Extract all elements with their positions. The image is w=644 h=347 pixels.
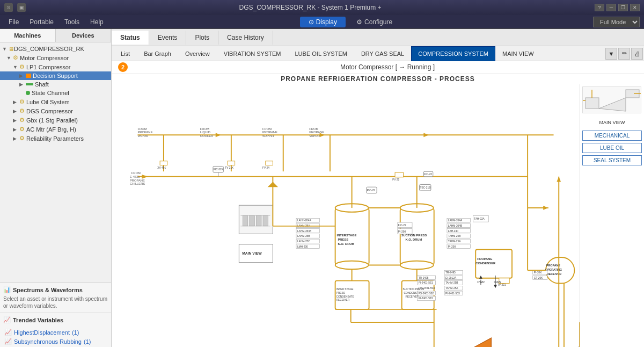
- tab-plots[interactable]: Plots: [186, 31, 218, 45]
- svg-text:PIC-22: PIC-22: [367, 189, 375, 192]
- nav-main-view[interactable]: MAIN VIEW: [495, 46, 541, 61]
- tree: ▼ 🖥 DGS_COMPRESSOR_RK ▼ ⚙ Motor Compress…: [0, 42, 111, 283]
- menu-file[interactable]: File: [4, 17, 23, 27]
- configure-button[interactable]: ⚙ Configure: [348, 17, 401, 27]
- tree-item-state[interactable]: State Channel: [0, 89, 111, 97]
- tree-item-lp1[interactable]: ▼ ⚙ LP1 Compressor: [0, 62, 111, 71]
- help-btn[interactable]: ?: [595, 4, 604, 11]
- lube-oil-button[interactable]: LUBE OIL: [582, 143, 642, 153]
- spectrums-header: 📊 Spectrums & Waveforms: [3, 286, 108, 293]
- svg-text:TV-221: TV-221: [497, 284, 506, 286]
- svg-text:VAPOR: VAPOR: [137, 134, 148, 138]
- nav-compression[interactable]: COMPRESSION SYSTEM: [411, 46, 495, 61]
- tree-item-acmtr[interactable]: ▶ ⚙ AC Mtr (AF Brg, H): [0, 125, 111, 134]
- trend-icon-0: 📈: [4, 329, 12, 336]
- tree-item-dgs[interactable]: ▶ ⚙ DGS Compressor: [0, 106, 111, 115]
- seal-system-button[interactable]: SEAL SYSTEM: [582, 155, 642, 165]
- tab-machines[interactable]: Machines: [0, 29, 56, 42]
- restore-btn[interactable]: ❐: [618, 4, 628, 11]
- process-diagram: FROM PROPANE VAPOR FROM LIQUID COOLER FR…: [112, 84, 580, 347]
- spectrums-section: 📊 Spectrums & Waveforms Select an asset …: [0, 283, 111, 313]
- svg-text:LAHM-264B: LAHM-264B: [448, 225, 462, 227]
- svg-text:PROPANE: PROPANE: [477, 257, 492, 261]
- tree-item-motor[interactable]: ▼ ⚙ Motor Compressor: [0, 53, 111, 62]
- trended-label: Trended Variables: [13, 317, 63, 323]
- tree-label: Motor Compressor: [20, 55, 69, 61]
- app-title: DGS_COMPRESSOR_RK - System 1 Premium +: [26, 4, 595, 11]
- diagram-wrapper: 2 Motor Compressor [ → Running ] PROPANE…: [112, 61, 644, 347]
- tab-events[interactable]: Events: [149, 31, 187, 45]
- tree-item-root[interactable]: ▼ 🖥 DGS_COMPRESSOR_RK: [0, 45, 111, 53]
- tab-devices[interactable]: Devices: [56, 29, 112, 42]
- nav-overview[interactable]: Overview: [178, 46, 217, 61]
- svg-text:FROM: FROM: [309, 127, 318, 131]
- titlebar-controls: ? ─ ❐ ✕: [595, 4, 640, 11]
- svg-text:PI-2401-5S1: PI-2401-5S1: [419, 281, 433, 284]
- nav-dry-gas[interactable]: DRY GAS SEAL: [354, 46, 411, 61]
- svg-text:INTER STAGE: INTER STAGE: [336, 288, 354, 291]
- top-tabs: Status Events Plots Case History: [112, 29, 644, 46]
- content-area: Status Events Plots Case History List Ba…: [112, 29, 644, 347]
- gbx-icon: ⚙: [19, 117, 25, 124]
- menu-tools[interactable]: Tools: [60, 17, 84, 27]
- svg-text:FIN-2401-5S3: FIN-2401-5S3: [419, 287, 435, 290]
- svg-text:OPERATING: OPERATING: [545, 268, 562, 271]
- configure-icon: ⚙: [356, 18, 362, 26]
- nav-lube-oil[interactable]: LUBE OIL SYSTEM: [288, 46, 354, 61]
- mechanical-button[interactable]: MECHANICAL: [582, 131, 642, 141]
- mode-select[interactable]: Full Mode: [593, 17, 640, 27]
- svg-text:PI-200: PI-200: [448, 245, 456, 248]
- nav-print-btn[interactable]: 🖨: [631, 48, 643, 60]
- machine-status: Motor Compressor [ → Running ]: [340, 63, 435, 71]
- display-button[interactable]: ⊙ Display: [300, 17, 346, 27]
- svg-text:FROM: FROM: [131, 171, 141, 175]
- lube-icon: ⚙: [19, 98, 25, 105]
- tree-label: Shaft: [35, 81, 49, 88]
- svg-text:RECEIVER: RECEIVER: [336, 299, 350, 301]
- status-badge: 2: [118, 62, 128, 72]
- menu-portable[interactable]: Portable: [25, 17, 58, 27]
- svg-text:TV 21K: TV 21K: [225, 167, 234, 169]
- tree-item-decision[interactable]: ▶ Decision Support: [0, 71, 111, 80]
- tree-item-shaft[interactable]: ▶ Shaft: [0, 80, 111, 89]
- sidebar-tabs: Machines Devices: [0, 29, 111, 42]
- svg-text:TEC-21B: TEC-21B: [420, 186, 431, 189]
- spectrums-label: Spectrums & Waveforms: [13, 287, 83, 293]
- nav-dropdown-btn[interactable]: ▼: [605, 48, 617, 60]
- trended-item-0[interactable]: 📈 HighestDisplacement (1): [4, 328, 107, 337]
- svg-text:CONDENSER: CONDENSER: [475, 262, 496, 265]
- reliability-icon: ⚙: [19, 135, 25, 142]
- nav-bar-graph[interactable]: Bar Graph: [137, 46, 178, 61]
- svg-text:FROM: FROM: [262, 127, 272, 131]
- tree-item-lube[interactable]: ▶ ⚙ Lube Oil System: [0, 97, 111, 106]
- svg-text:TAHM-25B: TAHM-25B: [448, 235, 461, 237]
- minimize-btn[interactable]: ─: [606, 4, 616, 11]
- nav-list[interactable]: List: [114, 46, 137, 61]
- nav-vibration[interactable]: VIBRATION SYSTEM: [217, 46, 288, 61]
- expand-icon: ▼: [13, 64, 18, 70]
- diagram-header: 2 Motor Compressor [ → Running ]: [112, 61, 644, 74]
- tree-item-reliability[interactable]: ▶ ⚙ Reliability Parameters: [0, 134, 111, 143]
- tree-label: AC Mtr (AF Brg, H): [26, 126, 76, 133]
- nav-tabs: List Bar Graph Overview VIBRATION SYSTEM…: [112, 46, 644, 61]
- trended-header[interactable]: 📈 Trended Variables: [0, 313, 111, 327]
- tab-status[interactable]: Status: [112, 31, 149, 45]
- expand-icon: ▶: [13, 109, 18, 114]
- svg-rect-164: [256, 216, 261, 226]
- nav-actions: ▼ ✏ 🖨: [604, 47, 644, 61]
- tab-case-history[interactable]: Case History: [218, 31, 273, 45]
- menu-help[interactable]: Help: [86, 17, 108, 27]
- tree-item-gbx[interactable]: ▶ ⚙ Gbx (1 Stg Parallel): [0, 115, 111, 125]
- close-btn[interactable]: ✕: [630, 4, 640, 11]
- status-badge-container: 2: [118, 62, 128, 72]
- svg-text:PROPANE: PROPANE: [262, 131, 277, 134]
- trended-item-1[interactable]: 📈 Subsynchronous Rubbing (1): [4, 337, 107, 346]
- shaft-icon: [26, 83, 33, 85]
- svg-text:LIQUID: LIQUID: [200, 131, 210, 134]
- svg-text:FV 22: FV 22: [392, 178, 399, 181]
- nav-edit-btn[interactable]: ✏: [618, 48, 630, 60]
- svg-text:SUPPLY: SUPPLY: [262, 134, 275, 138]
- svg-text:FIC-22: FIC-22: [398, 224, 406, 227]
- svg-text:TR-2495: TR-2495: [445, 271, 456, 274]
- expand-icon: ▶: [19, 73, 25, 78]
